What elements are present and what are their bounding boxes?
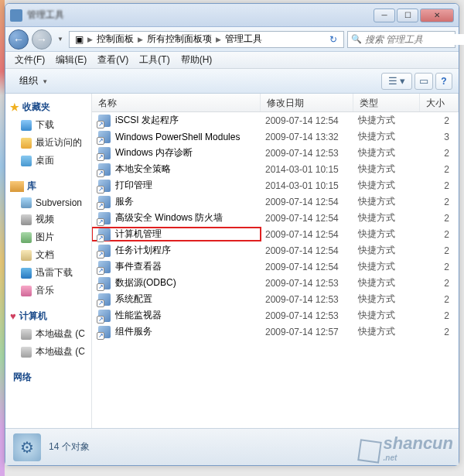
close-button[interactable]: ✕ (420, 9, 454, 22)
explorer-window: 管理工具 ─ ☐ ✕ ← → ▼ ▣ ▶ 控制面板 ▶ 所有控制面板项 ▶ 管理… (5, 3, 459, 466)
file-type: 快捷方式 (353, 293, 420, 306)
sidebar-item-videos[interactable]: 视频 (5, 211, 91, 228)
file-size: 2 (420, 164, 459, 175)
file-row[interactable]: 本地安全策略2014-03-01 10:15快捷方式2 (92, 161, 459, 177)
menu-view[interactable]: 查看(V) (93, 52, 133, 68)
sidebar-item-documents[interactable]: 文档 (5, 246, 91, 264)
column-type[interactable]: 类型 (353, 94, 420, 111)
forward-button[interactable]: → (32, 29, 52, 50)
file-size: 2 (420, 262, 459, 272)
file-list[interactable]: iSCSI 发起程序2009-07-14 12:54快捷方式2Windows P… (92, 112, 459, 428)
breadcrumb[interactable]: ▣ ▶ 控制面板 ▶ 所有控制面板项 ▶ 管理工具 ↻ (69, 31, 344, 48)
file-row[interactable]: 组件服务2009-07-14 12:57快捷方式2 (92, 324, 459, 340)
sidebar-item-thunder[interactable]: 迅雷下载 (5, 264, 91, 282)
video-icon (21, 214, 32, 225)
breadcrumb-item[interactable]: 管理工具 (223, 33, 264, 46)
file-type: 快捷方式 (353, 195, 420, 208)
file-row[interactable]: 系统配置2009-07-14 12:53快捷方式2 (92, 291, 459, 307)
breadcrumb-icon[interactable]: ▣ (73, 34, 86, 45)
menu-help[interactable]: 帮助(H) (176, 52, 217, 68)
sidebar-item-desktop[interactable]: 桌面 (5, 152, 91, 170)
minimize-button[interactable]: ─ (374, 9, 395, 22)
file-name: 性能监视器 (115, 309, 162, 322)
file-row[interactable]: 服务2009-07-14 12:54快捷方式2 (92, 193, 459, 210)
sidebar-network-header[interactable]: 网络 (5, 368, 91, 386)
history-dropdown[interactable]: ▼ (55, 32, 66, 47)
sidebar-item-drive-c2[interactable]: 本地磁盘 (C (5, 343, 91, 361)
sidebar-favorites-header[interactable]: ★ 收藏夹 (5, 98, 91, 116)
organize-button[interactable]: 组织 ▼ (12, 72, 56, 90)
file-row[interactable]: iSCSI 发起程序2009-07-14 12:54快捷方式2 (92, 112, 459, 128)
file-row[interactable]: 性能监视器2009-07-14 12:53快捷方式2 (92, 307, 459, 324)
menu-edit[interactable]: 编辑(E) (51, 52, 91, 68)
chevron-right-icon: ▶ (216, 36, 221, 43)
organize-label: 组织 (19, 75, 38, 86)
drive-icon (21, 329, 32, 340)
folder-icon (21, 197, 32, 208)
navigation-pane[interactable]: ★ 收藏夹 下载 最近访问的 桌面 库 Subversion 视频 图片 文档 … (5, 94, 92, 428)
body: ★ 收藏夹 下载 最近访问的 桌面 库 Subversion 视频 图片 文档 … (5, 94, 459, 428)
breadcrumb-item[interactable]: 所有控制面板项 (145, 33, 214, 46)
window-controls: ─ ☐ ✕ (374, 9, 454, 22)
chevron-right-icon: ▶ (87, 36, 93, 43)
file-size: 2 (420, 180, 459, 191)
shortcut-icon (98, 196, 111, 208)
column-date[interactable]: 修改日期 (261, 94, 353, 111)
file-name: 打印管理 (115, 179, 152, 192)
file-name: 数据源(ODBC) (115, 276, 176, 289)
column-name[interactable]: 名称 (92, 94, 261, 111)
shortcut-icon (98, 228, 111, 241)
search-input[interactable] (365, 34, 464, 45)
file-date: 2009-07-14 12:54 (261, 115, 353, 126)
file-row[interactable]: Windows PowerShell Modules2009-07-14 13:… (92, 128, 459, 145)
sidebar-item-drive-c[interactable]: 本地磁盘 (C (5, 325, 91, 343)
file-row[interactable]: 计算机管理2009-07-14 12:54快捷方式2 (92, 226, 459, 242)
sidebar-item-downloads[interactable]: 下载 (5, 116, 91, 134)
sidebar-computer-header[interactable]: ♥ 计算机 (5, 307, 91, 325)
refresh-button[interactable]: ↻ (326, 34, 340, 45)
file-date: 2009-07-14 12:54 (261, 213, 353, 224)
titlebar[interactable]: 管理工具 ─ ☐ ✕ (5, 4, 459, 27)
search-icon: 🔍 (351, 34, 362, 44)
back-button[interactable]: ← (9, 29, 29, 50)
file-date: 2009-07-14 12:53 (261, 310, 353, 321)
search-box[interactable]: 🔍 (347, 31, 455, 48)
chevron-down-icon: ▼ (42, 78, 48, 85)
sidebar-item-recent[interactable]: 最近访问的 (5, 134, 91, 152)
shortcut-icon (98, 277, 111, 289)
menu-file[interactable]: 文件(F) (10, 52, 49, 68)
file-date: 2009-07-14 13:32 (261, 132, 353, 142)
file-date: 2009-07-14 12:53 (261, 294, 353, 305)
help-button[interactable]: ? (435, 73, 452, 90)
file-row[interactable]: 数据源(ODBC)2009-07-14 12:53快捷方式2 (92, 275, 459, 291)
file-row[interactable]: 事件查看器2009-07-14 12:54快捷方式2 (92, 259, 459, 275)
menubar: 文件(F) 编辑(E) 查看(V) 工具(T) 帮助(H) (5, 52, 459, 69)
file-row[interactable]: 打印管理2014-03-01 10:15快捷方式2 (92, 177, 459, 193)
content-pane: 名称 修改日期 类型 大小 iSCSI 发起程序2009-07-14 12:54… (92, 94, 459, 428)
music-icon (21, 286, 32, 296)
file-type: 快捷方式 (353, 228, 420, 241)
file-size: 2 (420, 115, 459, 126)
maximize-button[interactable]: ☐ (397, 9, 418, 22)
shortcut-icon (98, 147, 111, 159)
sidebar-libraries-header[interactable]: 库 (5, 177, 91, 195)
file-type: 快捷方式 (353, 163, 420, 176)
file-name: Windows 内存诊断 (115, 146, 193, 159)
shortcut-icon (98, 326, 111, 338)
file-row[interactable]: Windows 内存诊断2009-07-14 12:53快捷方式2 (92, 145, 459, 161)
sidebar-item-subversion[interactable]: Subversion (5, 195, 91, 211)
file-name: 任务计划程序 (115, 244, 171, 257)
library-icon (10, 181, 24, 192)
file-date: 2009-07-14 12:54 (261, 229, 353, 240)
sidebar-item-music[interactable]: 音乐 (5, 282, 91, 300)
sidebar-item-pictures[interactable]: 图片 (5, 228, 91, 246)
view-mode-button[interactable]: ☰ ▾ (381, 73, 412, 90)
file-row[interactable]: 任务计划程序2009-07-14 12:54快捷方式2 (92, 242, 459, 259)
menu-tools[interactable]: 工具(T) (135, 52, 174, 68)
file-row[interactable]: 高级安全 Windows 防火墙2009-07-14 12:54快捷方式2 (92, 210, 459, 226)
breadcrumb-item[interactable]: 控制面板 (94, 33, 136, 46)
file-name: 系统配置 (115, 293, 152, 306)
preview-pane-button[interactable]: ▭ (415, 73, 433, 90)
column-size[interactable]: 大小 (420, 94, 459, 111)
file-type: 快捷方式 (353, 130, 420, 143)
